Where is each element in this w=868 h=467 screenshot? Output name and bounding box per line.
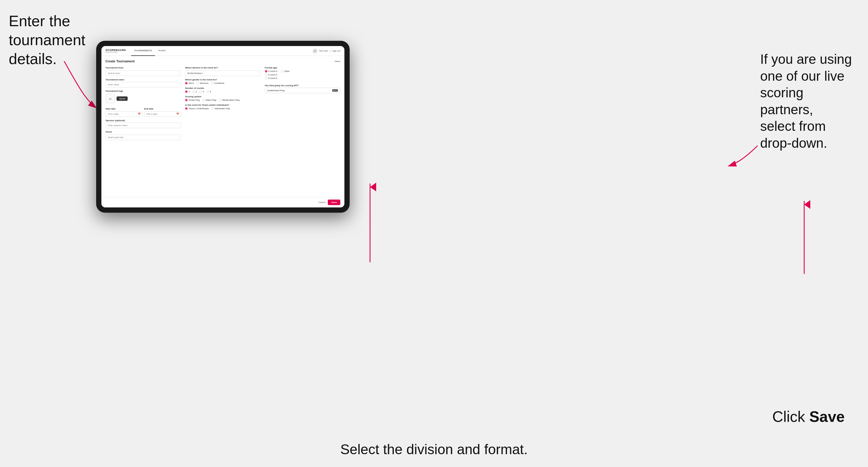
gender-group: Which gender is the event for? Mens Wome… <box>185 79 260 85</box>
scoring-match-label: Match Play <box>206 99 216 101</box>
upload-button[interactable]: Upload <box>117 96 128 101</box>
tournament-name-input[interactable] <box>105 82 181 87</box>
rounds-1[interactable]: 1 <box>185 90 190 93</box>
end-date-label: End date <box>144 107 154 110</box>
sponsor-group: Sponsor (optional) <box>105 119 181 128</box>
rounds-2[interactable]: 2 <box>192 90 197 93</box>
back-link[interactable]: Back <box>334 60 340 63</box>
live-scoring-badge[interactable]: ✕ ⌄ <box>332 89 338 92</box>
scoring-stroke-label: Stroke Play <box>188 99 199 101</box>
format-6count5-radio[interactable] <box>265 77 268 80</box>
rounds-3-label: 3 <box>203 90 204 93</box>
search-team-input[interactable] <box>105 70 181 76</box>
page-title: Create Tournament <box>105 59 135 63</box>
venue-wrapper: ⌄ <box>105 134 181 140</box>
gender-womens-radio[interactable] <box>196 82 199 85</box>
rounds-2-radio[interactable] <box>192 90 195 93</box>
format-type-label: Format type <box>265 66 340 69</box>
rounds-4-label: 4 <box>210 90 211 93</box>
gender-combined-radio[interactable] <box>211 82 213 85</box>
main-content: Create Tournament Back Tournament Host ⌄ <box>101 56 344 197</box>
annotation-select-division: Select the division and format. <box>340 441 528 458</box>
tournament-logo-group: Tournament logo ⛰ Upload <box>105 90 181 103</box>
navbar-right: ● Test User | Sign out <box>313 49 340 53</box>
format-type-group: Format type 5 count 4 6 count 4 <box>265 66 340 80</box>
rounds-group: Number of rounds 1 2 <box>185 87 260 93</box>
start-date-group: Start date 📅 <box>105 105 143 117</box>
event-type-group: Is this event for Teams and/or Individua… <box>185 104 260 110</box>
scoring-match[interactable]: Match Play <box>202 99 216 101</box>
rounds-4[interactable]: 4 <box>206 90 211 93</box>
end-date-wrapper: 📅 <box>144 111 181 117</box>
event-teams-radio[interactable] <box>185 107 188 110</box>
tournament-name-group: Tournament name <box>105 79 181 87</box>
calendar-icon-end: 📅 <box>176 113 179 115</box>
venue-group: Venue ⌄ <box>105 130 181 140</box>
signout-link[interactable]: Sign out <box>332 50 340 52</box>
nav-tournaments[interactable]: TOURNAMENTS <box>131 46 155 56</box>
scoring-medal[interactable]: Medal Match Play <box>219 99 240 101</box>
navbar-links: TOURNAMENTS TEAMS <box>131 46 313 56</box>
format-6count4-radio[interactable] <box>265 73 268 76</box>
division-select[interactable]: NCAA Division I NCAA Division II NCAA Di… <box>185 70 260 76</box>
form-footer: Cancel Save <box>101 197 344 208</box>
tablet-frame: SCOREBOARD Powered by clippd TOURNAMENTS… <box>96 41 350 213</box>
calendar-icon-start: 📅 <box>138 113 141 115</box>
gender-womens-label: Womens <box>200 82 208 85</box>
rounds-4-radio[interactable] <box>206 90 209 93</box>
format-other[interactable]: Other <box>281 70 290 72</box>
live-scoring-input[interactable]: Leaderboard King ✕ ⌄ <box>265 88 340 93</box>
username: Test User <box>319 50 329 52</box>
gender-mens-radio[interactable] <box>185 82 188 85</box>
division-wrapper: NCAA Division I NCAA Division II NCAA Di… <box>185 70 260 76</box>
format-5count4[interactable]: 5 count 4 <box>265 70 277 72</box>
nav-teams[interactable]: TEAMS <box>155 46 169 56</box>
rounds-radio-group: 1 2 3 4 <box>185 90 260 93</box>
start-date-input[interactable] <box>105 111 143 117</box>
scoring-stroke[interactable]: Stroke Play <box>185 99 199 101</box>
save-button[interactable]: Save <box>328 199 340 205</box>
live-scoring-value: Leaderboard King <box>267 89 285 92</box>
format-6count4[interactable]: 6 count 4 <box>265 73 277 76</box>
tournament-name-label: Tournament name <box>105 79 181 81</box>
scoring-medal-radio[interactable] <box>219 99 221 101</box>
live-scoring-x[interactable]: ✕ <box>333 89 335 91</box>
event-teams[interactable]: Teams (+Individuals) <box>185 107 209 110</box>
form-grid: Tournament Host ⌄ Tournament name Tourna… <box>105 66 340 140</box>
gender-mens[interactable]: Mens <box>185 82 194 85</box>
format-other-radio[interactable] <box>281 70 283 72</box>
cancel-button[interactable]: Cancel <box>318 201 326 204</box>
start-date-label: Start date <box>105 107 116 110</box>
click-save-bold: Save <box>809 408 845 425</box>
live-scoring-group: Use third-party live scoring API? Leader… <box>265 84 340 93</box>
format-other-label: Other <box>284 70 290 72</box>
search-golf-club-input[interactable] <box>105 134 181 140</box>
rounds-label: Number of rounds <box>185 87 260 89</box>
format-5count4-radio[interactable] <box>265 70 268 72</box>
format-radio-col-1: 5 count 4 6 count 4 6 count 5 <box>265 70 277 80</box>
click-save-prefix: Click <box>772 408 809 425</box>
scoring-stroke-radio[interactable] <box>185 99 188 101</box>
sponsor-input[interactable] <box>105 123 181 128</box>
rounds-1-radio[interactable] <box>185 90 188 93</box>
tablet-screen: SCOREBOARD Powered by clippd TOURNAMENTS… <box>101 46 344 208</box>
scoring-radio-group: Stroke Play Match Play Medal Match Play <box>185 99 260 101</box>
navbar: SCOREBOARD Powered by clippd TOURNAMENTS… <box>101 46 344 56</box>
end-date-input[interactable] <box>144 111 181 117</box>
event-individuals-radio[interactable] <box>211 107 214 110</box>
rounds-1-label: 1 <box>188 90 190 93</box>
annotation-click-save: Click Save <box>772 407 845 426</box>
rounds-3-radio[interactable] <box>199 90 202 93</box>
form-col-2: Which division is the event for? NCAA Di… <box>185 66 260 140</box>
scoring-match-radio[interactable] <box>202 99 205 101</box>
event-individuals-label: Individuals Only <box>214 107 230 110</box>
gender-womens[interactable]: Womens <box>196 82 208 85</box>
format-6count4-label: 6 count 4 <box>268 73 277 76</box>
gender-combined[interactable]: Combined <box>211 82 224 85</box>
scoring-group: Scoring system Stroke Play Match Play <box>185 95 260 101</box>
separator: | <box>330 50 331 52</box>
rounds-3[interactable]: 3 <box>199 90 204 93</box>
gender-mens-label: Mens <box>188 82 194 85</box>
format-6count5[interactable]: 6 count 5 <box>265 77 277 80</box>
event-individuals[interactable]: Individuals Only <box>211 107 230 110</box>
